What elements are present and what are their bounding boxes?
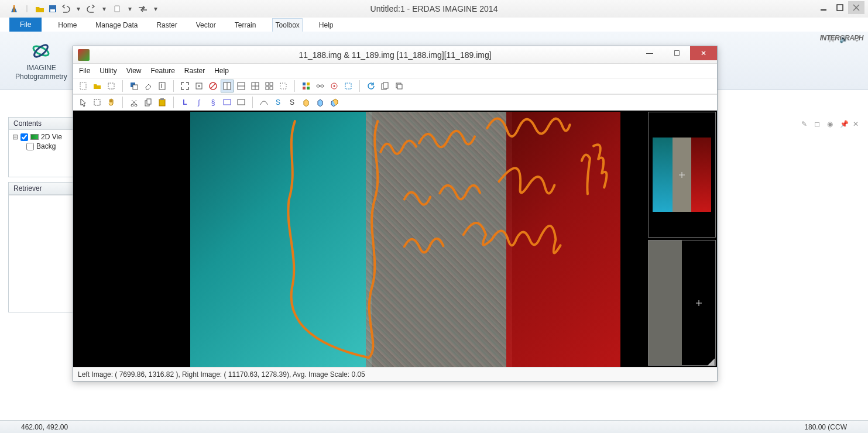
cut-icon[interactable] [128, 96, 140, 109]
svg-rect-51 [224, 99, 231, 105]
open-icon[interactable] [91, 80, 104, 92]
copy2-icon[interactable] [142, 96, 155, 109]
undo-icon[interactable] [60, 3, 71, 15]
maximize-button[interactable]: ☐ [663, 46, 690, 60]
split-h-icon[interactable] [221, 80, 234, 92]
menu-file[interactable]: File [79, 67, 90, 75]
overview-thumb[interactable] [648, 112, 716, 238]
palette-icon[interactable] [300, 80, 313, 92]
svg-rect-41 [383, 83, 388, 88]
tab-raster[interactable]: Raster [154, 19, 179, 32]
tool-icon[interactable]: ◻ [814, 120, 822, 128]
refresh-icon[interactable] [365, 80, 378, 92]
close-button[interactable]: ✕ [690, 46, 717, 60]
window-controls [815, 1, 864, 14]
caret-down-icon[interactable]: ▾ [98, 3, 110, 15]
angle-icon[interactable]: L [179, 96, 191, 109]
tool-icon[interactable]: ◉ [827, 120, 835, 128]
tab-terrain[interactable]: Terrain [232, 19, 259, 32]
svg-rect-10 [108, 83, 114, 89]
antenna-icon[interactable]: ᛞ [829, 35, 833, 43]
save-icon[interactable] [47, 3, 59, 15]
split-v-icon[interactable] [235, 80, 248, 92]
resize-grip-icon[interactable] [708, 359, 715, 366]
tab-help[interactable]: Help [317, 19, 336, 32]
expand-icon[interactable]: ⊟ [12, 133, 18, 141]
left-detail-thumb[interactable] [648, 240, 716, 366]
grid-icon[interactable] [277, 80, 290, 92]
viewer-titlebar[interactable]: 11_188.img & 11_189.img [11_188.img][11_… [73, 46, 717, 64]
tool-icon[interactable]: ✎ [801, 120, 809, 128]
info-icon[interactable]: i [156, 80, 169, 92]
cube2-icon[interactable] [314, 96, 327, 109]
speaker-icon[interactable]: 🔊 [839, 35, 848, 43]
minimize-button[interactable] [815, 1, 832, 14]
cube-icon[interactable] [300, 96, 313, 109]
caret-down-icon[interactable]: ▾ [73, 3, 84, 15]
menu-raster[interactable]: Raster [184, 67, 205, 75]
right-image-region [506, 112, 620, 367]
s-curve2-icon[interactable]: § [207, 96, 219, 109]
tree-label: 2D Vie [41, 133, 62, 141]
swap-icon[interactable] [137, 3, 149, 15]
menu-help[interactable]: Help [214, 67, 229, 75]
link-icon[interactable] [314, 80, 327, 92]
layer-checkbox[interactable] [20, 133, 28, 141]
marquee-icon[interactable] [342, 80, 355, 92]
pushpin-icon[interactable]: 📌 [840, 120, 848, 128]
caret-down-icon[interactable]: ▾ [124, 3, 136, 15]
close-icon[interactable]: ✕ [853, 120, 861, 128]
ribbon-group-photogrammetry[interactable]: IMAGINE Photogrammetry [11, 34, 72, 87]
menu-feature[interactable]: Feature [150, 67, 174, 75]
tile-icon[interactable] [263, 80, 276, 92]
svg-point-38 [334, 85, 335, 87]
s-blue-icon[interactable]: S [272, 96, 284, 109]
tab-toolbox[interactable]: Toolbox [272, 18, 302, 32]
brand-icons: ᛞ 🔊 ⌄ [829, 35, 860, 43]
target-icon[interactable] [328, 80, 341, 92]
close-button[interactable] [848, 1, 864, 14]
copy-icon[interactable] [379, 80, 392, 92]
paste-icon[interactable] [156, 96, 169, 109]
tab-home[interactable]: Home [56, 19, 79, 32]
curve-icon[interactable] [258, 96, 270, 109]
cursor-icon[interactable] [77, 96, 90, 109]
zoom-extents-icon[interactable] [193, 80, 205, 92]
tab-manage-data[interactable]: Manage Data [93, 19, 140, 32]
tab-file[interactable]: File [9, 18, 42, 32]
viewer-toolbar-2: L ∫ § S S [73, 94, 717, 111]
box-icon[interactable] [235, 96, 248, 109]
select-icon[interactable] [105, 80, 118, 92]
menu-utility[interactable]: Utility [100, 67, 116, 75]
s-curve-icon[interactable]: ∫ [193, 96, 205, 109]
thumbnail-column [647, 111, 717, 367]
split-quad-icon[interactable] [249, 80, 262, 92]
menu-view[interactable]: View [126, 67, 142, 75]
stack-icon[interactable] [393, 80, 406, 92]
s-blk-icon[interactable]: S [286, 96, 299, 109]
tab-vector[interactable]: Vector [194, 19, 218, 32]
layers-icon[interactable] [128, 80, 140, 92]
hand-icon[interactable] [105, 96, 118, 109]
layer-checkbox[interactable] [26, 143, 34, 150]
ribbon-tabs: File Home Manage Data Raster Vector Terr… [0, 18, 868, 32]
viewer-status-text: Left Image: ( 7699.86, 1316.82 ), Right … [78, 370, 365, 379]
script-icon[interactable] [111, 3, 123, 15]
maximize-button[interactable] [832, 1, 848, 14]
main-stereo-view[interactable] [73, 111, 647, 367]
marquee-select-icon[interactable] [91, 96, 104, 109]
redo-icon[interactable] [85, 3, 97, 15]
help-dropdown-icon[interactable]: ⌄ [854, 35, 860, 43]
erase-icon[interactable] [142, 80, 155, 92]
svg-rect-1 [13, 5, 15, 12]
new-icon[interactable] [77, 80, 90, 92]
open-icon[interactable] [34, 3, 46, 15]
cube-stack-icon[interactable] [328, 96, 341, 109]
fit-icon[interactable] [179, 80, 191, 92]
viewer-title: 11_188.img & 11_189.img [11_188.img][11_… [73, 50, 717, 60]
rect-icon[interactable] [221, 96, 234, 109]
minimize-button[interactable]: — [636, 46, 663, 60]
svg-rect-29 [280, 83, 286, 89]
qat-customize-icon[interactable]: ▾ [150, 3, 162, 15]
no-entry-icon[interactable] [207, 80, 219, 92]
